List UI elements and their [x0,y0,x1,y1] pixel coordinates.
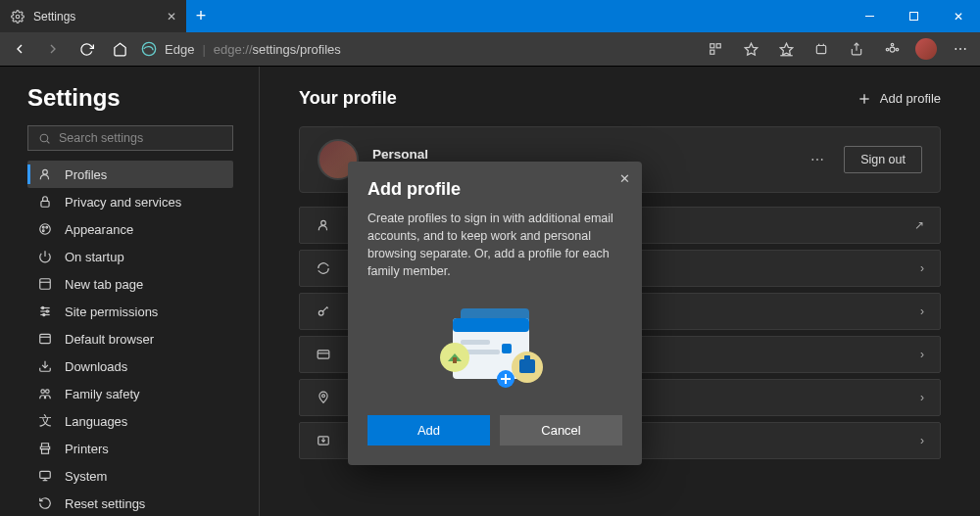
close-tab-icon[interactable]: ✕ [167,10,176,23]
svg-point-50 [318,310,323,315]
external-icon: ↗ [914,218,924,232]
url-scheme: edge:// [214,42,253,57]
sidebar-item-startup[interactable]: On startup [27,243,233,270]
svg-point-25 [42,230,44,232]
sign-out-button[interactable]: Sign out [844,146,922,173]
search-input[interactable]: Search settings [27,125,233,151]
browser-tab[interactable]: Settings ✕ [0,0,186,32]
new-tab-button[interactable]: + [186,0,216,32]
card-icon [316,347,331,362]
download-icon [37,358,53,374]
svg-point-53 [322,395,325,398]
sidebar-label: Site permissions [65,305,158,319]
plus-icon [857,91,872,107]
add-profile-label: Add profile [880,91,941,106]
sidebar-label: Reset settings [65,496,145,511]
chevron-right-icon: › [920,434,924,447]
svg-rect-51 [318,351,329,358]
window-controls: ✕ [848,0,980,32]
dialog-description: Create profiles to sign in with addition… [368,210,622,281]
favorites-list-icon[interactable] [774,37,798,61]
sidebar-label: Downloads [65,359,127,374]
dialog-add-button[interactable]: Add [368,415,490,446]
svg-point-18 [40,134,48,142]
settings-sidebar: Settings Search settings Profiles Privac… [0,67,260,516]
svg-rect-59 [461,340,490,345]
svg-point-38 [41,390,45,394]
sidebar-label: New tab page [65,277,143,292]
add-profile-button[interactable]: Add profile [857,91,941,107]
printer-icon [37,441,53,456]
sidebar-item-profiles[interactable]: Profiles [27,161,233,188]
svg-rect-63 [453,357,457,363]
share-icon[interactable] [845,37,868,61]
svg-rect-4 [710,44,714,48]
key-icon [316,304,331,319]
svg-rect-6 [710,50,714,54]
svg-rect-65 [519,359,535,373]
more-icon[interactable]: ⋯ [810,152,826,167]
minimize-button[interactable] [848,0,892,32]
person-icon [316,217,331,233]
language-icon: 文 [37,413,53,429]
sidebar-item-permissions[interactable]: Site permissions [27,298,233,325]
svg-point-22 [40,224,51,235]
svg-point-15 [891,43,894,46]
sidebar-item-printers[interactable]: Printers [27,435,233,462]
extensions-icon[interactable] [880,37,904,61]
paint-icon [37,221,53,237]
qr-icon[interactable] [704,37,727,61]
svg-line-19 [47,141,49,143]
sidebar-label: System [65,469,107,484]
svg-rect-35 [40,334,51,343]
sidebar-item-appearance[interactable]: Appearance [27,215,233,243]
url-path: settings/profiles [253,42,341,57]
dialog-title: Add profile [368,179,622,200]
sidebar-item-downloads[interactable]: Downloads [27,352,233,380]
sidebar-item-system[interactable]: System [27,462,233,490]
menu-icon[interactable]: ⋯ [949,37,972,61]
address-bar[interactable]: Edge | edge://settings/profiles [141,41,694,57]
dialog-cancel-button[interactable]: Cancel [500,415,622,446]
sidebar-label: Profiles [65,167,107,182]
svg-rect-41 [40,471,51,478]
profile-name: Personal [372,147,508,162]
sidebar-label: Appearance [65,222,133,237]
monitor-icon [37,468,53,484]
sidebar-item-default[interactable]: Default browser [27,325,233,352]
sidebar-label: Printers [65,442,109,456]
sidebar-item-languages[interactable]: 文Languages [27,407,233,435]
collections-icon[interactable] [809,37,833,61]
svg-rect-21 [41,201,49,207]
forward-button[interactable] [41,37,65,61]
person-icon [37,166,53,182]
svg-point-0 [16,15,20,19]
profile-avatar-icon[interactable] [915,38,937,60]
back-button[interactable] [8,37,31,61]
gear-icon [10,9,25,24]
sidebar-label: On startup [65,250,124,264]
maximize-button[interactable] [892,0,936,32]
svg-point-20 [43,169,48,174]
add-profile-dialog: ✕ Add profile Create profiles to sign in… [348,162,642,465]
sidebar-item-family[interactable]: Family safety [27,380,233,407]
sidebar-item-newtab[interactable]: New tab page [27,270,233,298]
svg-point-14 [890,47,895,52]
home-button[interactable] [108,37,131,61]
power-icon [37,249,53,264]
search-placeholder: Search settings [59,131,143,145]
svg-rect-5 [716,44,720,48]
svg-rect-27 [40,279,51,290]
favorite-icon[interactable] [739,37,762,61]
close-window-button[interactable]: ✕ [936,0,980,32]
close-dialog-button[interactable]: ✕ [619,171,630,186]
sidebar-label: Languages [65,414,127,429]
svg-marker-8 [780,43,793,55]
refresh-button[interactable] [74,37,98,61]
sidebar-item-privacy[interactable]: Privacy and services [27,188,233,215]
browser-icon [37,331,53,347]
family-icon [37,386,53,401]
sidebar-item-reset[interactable]: Reset settings [27,490,233,516]
svg-rect-2 [910,13,918,21]
sliders-icon [37,304,53,319]
